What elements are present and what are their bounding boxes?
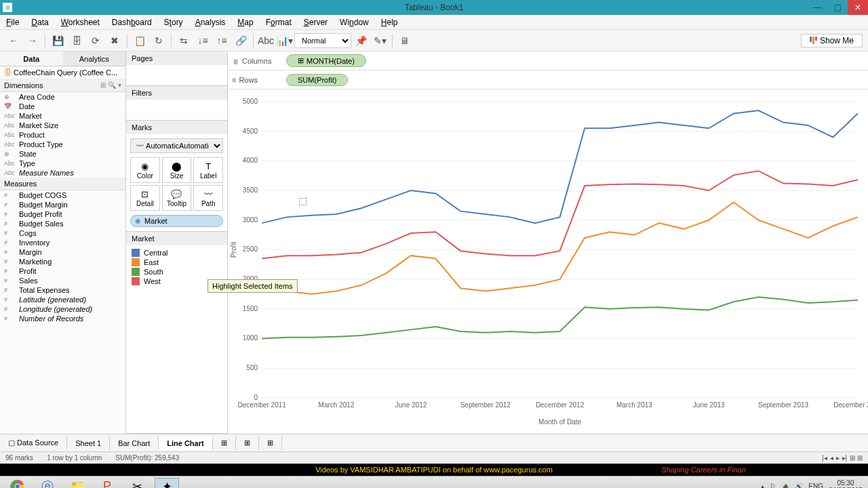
menu-dashboard[interactable]: Dashboard [106, 18, 158, 27]
tray-lang[interactable]: ENG [808, 483, 823, 488]
legend-item[interactable]: East [132, 258, 222, 267]
datasource-name[interactable]: 🗄 CoffeeChain Query (Coffee C... [0, 66, 125, 79]
dimension-field[interactable]: AbcProduct [0, 130, 125, 140]
highlight-button[interactable]: ✎▾ [372, 33, 388, 49]
view-mode-button[interactable]: 📊▾ [277, 33, 293, 49]
menu-format[interactable]: Format [260, 18, 298, 27]
back-button[interactable]: ← [5, 33, 22, 49]
swap-button[interactable]: ⇆ [176, 33, 192, 49]
ie-icon[interactable]: ⓔ [35, 478, 60, 489]
dimension-field[interactable]: AbcMarket [0, 111, 125, 121]
measure-field[interactable]: #Sales [0, 276, 125, 285]
columns-shelf[interactable]: ⫼ Columns ⊞MONTH(Date) [228, 52, 868, 70]
measure-field[interactable]: #Cogs [0, 228, 125, 238]
menu-file[interactable]: File [0, 18, 25, 27]
measure-field[interactable]: #Budget COGS [0, 190, 125, 200]
showme-button[interactable]: Show Me [801, 34, 863, 47]
dimension-field[interactable]: AbcType [0, 159, 125, 168]
sort-desc-button[interactable]: ↑≡ [214, 33, 230, 49]
nav-next-button[interactable]: ▸ [836, 454, 840, 462]
measure-field[interactable]: #Longitude (generated) [0, 304, 125, 314]
minimize-button[interactable]: — [807, 0, 827, 15]
analytics-tab[interactable]: Analytics [63, 52, 126, 66]
legend-item[interactable]: South [132, 267, 222, 277]
measure-field[interactable]: #Inventory [0, 238, 125, 247]
rows-pill[interactable]: SUM(Profit) [286, 74, 348, 86]
new-datasource-button[interactable]: 🗄 [68, 33, 85, 49]
menu-window[interactable]: Window [334, 18, 375, 27]
mark-color[interactable]: ◉Color [130, 157, 160, 183]
new-worksheet-button[interactable]: ⊞ [213, 436, 236, 450]
group-button[interactable]: 🔗 [233, 33, 249, 49]
measure-field[interactable]: #Latitude (generated) [0, 295, 125, 304]
forward-button[interactable]: → [24, 33, 41, 49]
measure-field[interactable]: #Marketing [0, 257, 125, 266]
chart-area[interactable]: 0500100015002000250030003500400045005000… [228, 89, 868, 434]
nav-prev-button[interactable]: ◂ [830, 454, 833, 462]
dimension-field[interactable]: AbcMeasure Names [0, 168, 125, 178]
mark-tooltip[interactable]: 💬Tooltip [162, 185, 192, 211]
nav-first-button[interactable]: |◂ [822, 454, 827, 462]
nav-last-button[interactable]: ▸| [842, 454, 848, 462]
data-tab[interactable]: Data [0, 52, 63, 66]
auto-update-button[interactable]: ⟳ [87, 33, 104, 49]
refresh-button[interactable]: ↻ [151, 33, 167, 49]
dimension-field[interactable]: AbcMarket Size [0, 121, 125, 130]
filters-shelf[interactable] [126, 100, 227, 120]
dimension-field[interactable]: AbcProduct Type [0, 140, 125, 149]
menu-story[interactable]: Story [158, 18, 189, 27]
new-dashboard-button[interactable]: ⊞ [236, 436, 259, 450]
rows-shelf[interactable]: ≡ Rows SUM(Profit) [228, 70, 868, 89]
dimension-field[interactable]: ⊕State [0, 149, 125, 159]
pin-button[interactable]: 📌 [353, 33, 369, 49]
tray-safe-icon[interactable]: ⚐ [770, 483, 776, 488]
columns-pill[interactable]: ⊞MONTH(Date) [286, 54, 366, 67]
presentation-button[interactable]: 🖥 [397, 33, 413, 49]
measure-field[interactable]: #Margin [0, 247, 125, 257]
powerpoint-icon[interactable]: P [95, 478, 119, 489]
clear-button[interactable]: ✖ [106, 33, 123, 49]
tray-clock[interactable]: 05:30 24/09/2015 [829, 479, 863, 489]
mark-path[interactable]: 〰Path [193, 185, 223, 211]
save-button[interactable]: 💾 [50, 33, 66, 49]
snip-icon[interactable]: ✂ [125, 478, 149, 489]
fit-dropdown[interactable]: Normal [294, 33, 351, 48]
dimension-field[interactable]: 📅Date [0, 102, 125, 111]
mark-size[interactable]: ⬤Size [162, 157, 192, 183]
tray-up-icon[interactable]: ▴ [761, 483, 764, 488]
legend-item[interactable]: Central [132, 248, 222, 258]
sort-asc-button[interactable]: ↓≡ [195, 33, 211, 49]
menu-help[interactable]: Help [375, 18, 404, 27]
menu-data[interactable]: Data [25, 18, 54, 27]
line-south[interactable] [262, 297, 858, 338]
menu-worksheet[interactable]: Worksheet [55, 18, 106, 27]
close-button[interactable]: ✕ [848, 0, 868, 15]
menu-server[interactable]: Server [298, 18, 334, 27]
tray-sound-icon[interactable]: 🔊 [795, 483, 803, 488]
line-chart-tab[interactable]: Line Chart [159, 436, 212, 450]
marks-type-dropdown[interactable]: 〰 AutomaticAutomatic [130, 138, 223, 153]
pages-shelf[interactable] [126, 65, 227, 85]
label-button[interactable]: Abc [258, 33, 274, 49]
view-cards-button[interactable]: ⊞ ⊞ [850, 454, 863, 462]
measure-field[interactable]: #Budget Margin [0, 200, 125, 209]
menu-map[interactable]: Map [231, 18, 259, 27]
line-central[interactable] [262, 110, 858, 223]
measure-field[interactable]: #Total Expenses [0, 285, 125, 295]
bar-chart-tab[interactable]: Bar Chart [110, 436, 159, 450]
measure-field[interactable]: #Budget Sales [0, 219, 125, 228]
measure-field[interactable]: #Profit [0, 266, 125, 276]
measure-field[interactable]: #Number of Records [0, 314, 125, 323]
tray-power-icon[interactable]: 🔌 [781, 483, 789, 488]
tableau-task-icon[interactable]: ✦ [155, 478, 179, 489]
dimension-field[interactable]: ⊕Area Code [0, 92, 125, 102]
marks-pill-market[interactable]: Market [130, 215, 223, 227]
measure-field[interactable]: #Budget Profit [0, 209, 125, 219]
explorer-icon[interactable]: 📁 [65, 478, 90, 489]
new-story-button[interactable]: ⊞ [259, 436, 282, 450]
mark-label[interactable]: TLabel [193, 157, 223, 183]
maximize-button[interactable]: ▢ [827, 0, 848, 15]
mark-detail[interactable]: ⊡Detail [130, 185, 160, 211]
datasource-tab[interactable]: ▢ Data Source [0, 436, 67, 450]
menu-analysis[interactable]: Analysis [189, 18, 232, 27]
